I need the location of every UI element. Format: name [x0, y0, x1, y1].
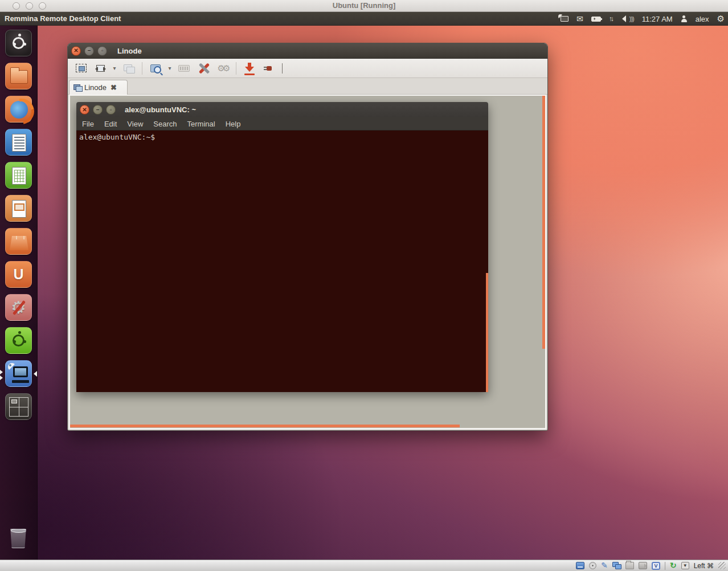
unity-menubar: Remmina Remote Desktop Client ✉ ↑↓ ))) 1… — [0, 12, 728, 26]
terminal-window[interactable]: ✕ – ▫ alex@ubuntuVNC: ~ File Edit View S… — [76, 102, 488, 392]
terminal-close-button[interactable]: ✕ — [80, 105, 89, 115]
firefox-icon[interactable] — [5, 96, 32, 123]
connection-tab-icon — [73, 84, 81, 91]
system-settings-icon[interactable]: ⚙ — [5, 294, 32, 321]
running-indicator-arrows — [0, 370, 5, 381]
window-minimize-button[interactable]: – — [84, 46, 94, 56]
connection-tab-label: Linode — [84, 83, 107, 92]
toolbar-separator — [236, 62, 236, 75]
render-artifact-stripe — [70, 425, 460, 427]
video-capture-icon[interactable] — [639, 562, 647, 569]
volume-icon[interactable]: ))) — [622, 15, 634, 22]
zoom-button[interactable] — [147, 60, 164, 76]
usb-icon[interactable]: ✎ — [601, 562, 608, 569]
mail-icon[interactable]: ✉ — [576, 15, 583, 23]
menu-edit[interactable]: Edit — [104, 120, 117, 128]
trash-icon[interactable] — [5, 525, 32, 552]
settings-gears-button[interactable]: ⚙⚙ — [214, 60, 231, 76]
menu-search[interactable]: Search — [153, 120, 177, 128]
remmina-window-title: Linode — [117, 47, 142, 55]
render-artifact-stripe — [542, 96, 545, 349]
disconnect-plug-button[interactable] — [260, 60, 277, 76]
window-maximize-button[interactable]: ▫ — [97, 46, 107, 56]
menu-file[interactable]: File — [82, 120, 94, 128]
network-adapters-icon[interactable] — [612, 562, 621, 569]
host-window-title: Ubuntu [Running] — [0, 1, 728, 10]
scaled-mode-button[interactable] — [92, 60, 109, 76]
render-artifact-stripe — [486, 273, 488, 392]
terminal-titlebar[interactable]: ✕ – ▫ alex@ubuntuVNC: ~ — [76, 102, 488, 117]
active-app-title[interactable]: Remmina Remote Desktop Client — [5, 14, 121, 23]
screenshot-download-button[interactable] — [241, 60, 258, 76]
statusbar-separator — [665, 562, 665, 570]
toolbar-separator — [142, 62, 142, 75]
unity-launcher: U ⚙ — [0, 26, 38, 560]
remmina-applet-icon[interactable] — [561, 16, 569, 22]
libreoffice-writer-icon[interactable] — [5, 129, 32, 156]
menu-help[interactable]: Help — [226, 120, 241, 128]
session-gear-icon[interactable]: ⚙ — [717, 14, 725, 24]
optical-drives-icon[interactable] — [589, 562, 596, 569]
battery-icon[interactable] — [591, 17, 601, 22]
network-traffic-icon[interactable]: ↑↓ — [609, 15, 614, 23]
libreoffice-impress-icon[interactable] — [5, 195, 32, 222]
tools-button[interactable] — [195, 60, 212, 76]
clock[interactable]: 11:27 AM — [642, 15, 673, 23]
toolbar-cursor-line — [282, 63, 283, 74]
hard-disks-icon[interactable] — [576, 562, 584, 569]
ubuntu-software-center-icon[interactable] — [5, 228, 32, 255]
terminal-body[interactable]: alex@ubuntuVNC:~$ — [76, 130, 488, 392]
home-folder-icon[interactable] — [5, 63, 32, 89]
connection-tab-linode[interactable]: Linode ✖ — [69, 80, 128, 95]
menu-view[interactable]: View — [127, 120, 143, 128]
shell-prompt: alex@ubuntuVNC:~$ — [79, 133, 155, 141]
ubuntu-software-green-icon[interactable] — [5, 327, 32, 354]
resize-grip[interactable] — [718, 562, 726, 569]
remote-view-frame: ✕ – ▫ alex@ubuntuVNC: ~ File Edit View S… — [69, 95, 546, 429]
host-key-label: Left ⌘ — [694, 562, 714, 570]
remmina-titlebar[interactable]: ✕ – ▫ Linode — [68, 43, 547, 59]
remmina-window: ✕ – ▫ Linode ▾ ▾ ⚙⚙ Linode ✖ — [67, 43, 548, 431]
virtualbox-statusbar: ✎ V ↻ ▼ Left ⌘ — [0, 560, 728, 571]
tab-close-icon[interactable]: ✖ — [111, 83, 117, 92]
dash-home-icon[interactable] — [5, 30, 32, 56]
keyboard-grab-button[interactable] — [175, 60, 193, 76]
virtualbox-features-icon[interactable]: V — [652, 562, 660, 570]
fullscreen-button[interactable] — [72, 60, 89, 76]
duplicate-connection-button[interactable] — [120, 60, 137, 76]
ubuntu-one-icon[interactable]: U — [5, 261, 32, 288]
workspace-switcher-icon[interactable] — [5, 393, 32, 420]
shared-folders-icon[interactable] — [625, 562, 634, 569]
focused-indicator-arrow — [31, 371, 37, 377]
user-icon[interactable] — [681, 15, 688, 22]
keyboard-capture-icon[interactable]: ▼ — [681, 562, 689, 569]
terminal-menubar: File Edit View Search Terminal Help — [76, 117, 488, 130]
screen: Ubuntu [Running] Remmina Remote Desktop … — [0, 0, 728, 571]
window-close-button[interactable]: ✕ — [71, 46, 81, 56]
terminal-maximize-button[interactable]: ▫ — [106, 105, 116, 115]
terminal-title: alex@ubuntuVNC: ~ — [125, 105, 196, 114]
remmina-launcher-icon[interactable] — [5, 360, 32, 387]
indicator-area: ✉ ↑↓ ))) 11:27 AM alex ⚙ — [561, 12, 725, 26]
menu-terminal[interactable]: Terminal — [187, 120, 215, 128]
terminal-minimize-button[interactable]: – — [93, 105, 103, 115]
zoom-dropdown[interactable]: ▾ — [166, 65, 173, 71]
libreoffice-calc-icon[interactable] — [5, 162, 32, 189]
username-label[interactable]: alex — [696, 15, 709, 23]
host-window-titlebar: Ubuntu [Running] — [0, 0, 728, 12]
remote-desktop[interactable]: ✕ – ▫ alex@ubuntuVNC: ~ File Edit View S… — [70, 96, 545, 428]
remmina-toolbar: ▾ ▾ ⚙⚙ — [68, 59, 547, 78]
mouse-integration-icon[interactable]: ↻ — [670, 562, 677, 569]
remmina-tabbar: Linode ✖ — [68, 78, 547, 95]
scaled-mode-dropdown[interactable]: ▾ — [111, 65, 118, 71]
